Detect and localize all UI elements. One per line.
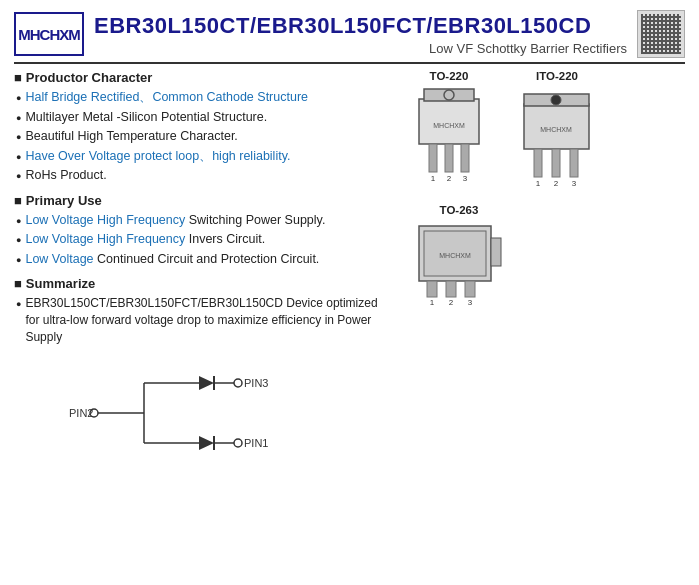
svg-text:PIN1: PIN1 — [244, 437, 268, 449]
ito220-label: ITO-220 — [536, 70, 578, 82]
primary-list: Low Voltage High Frequency Switching Pow… — [14, 212, 394, 269]
list-item: Have Over Voltage protect loop、high reli… — [16, 148, 394, 166]
svg-rect-20 — [429, 144, 437, 172]
bullet-text: Low Voltage Continued Circuit and Protec… — [25, 251, 319, 269]
to263-package: TO-263 MHCHXM 1 2 3 — [409, 204, 509, 318]
summarize-list: EBR30L150CT/EBR30L150FCT/EBR30L150CD Dev… — [14, 295, 394, 345]
svg-rect-42 — [491, 238, 501, 266]
svg-text:2: 2 — [554, 179, 559, 188]
svg-point-28 — [551, 95, 561, 105]
list-item: Low Voltage Continued Circuit and Protec… — [16, 251, 394, 269]
list-item: Beautiful High Temperature Character. — [16, 128, 394, 146]
to263-svg: MHCHXM 1 2 3 — [409, 218, 509, 318]
summarize-section: Summarize EBR30L150CT/EBR30L150FCT/EBR30… — [14, 276, 394, 345]
ito220-package: ITO-220 MHCHXM — [512, 70, 602, 194]
svg-text:3: 3 — [468, 298, 473, 307]
to220-package: TO-220 MHCHXM — [404, 70, 494, 194]
list-item: Low Voltage High Frequency Switching Pow… — [16, 212, 394, 230]
productor-list: Half Bridge Rectified、Common Cathode Str… — [14, 89, 394, 185]
svg-text:PIN3: PIN3 — [244, 377, 268, 389]
bullet-text: Half Bridge Rectified、Common Cathode Str… — [25, 89, 308, 107]
packages-top-row: TO-220 MHCHXM — [404, 70, 602, 194]
bullet-text: Beautiful High Temperature Character. — [25, 128, 237, 146]
svg-text:MHCHXM: MHCHXM — [540, 126, 572, 133]
svg-marker-11 — [199, 436, 214, 450]
list-item: RoHs Product. — [16, 167, 394, 185]
to220-svg: MHCHXM 1 2 3 — [404, 84, 494, 194]
bullet-text: Have Over Voltage protect loop、high reli… — [25, 148, 290, 166]
bullet-text: RoHs Product. — [25, 167, 106, 185]
list-item: Multilayer Metal -Silicon Potential Stru… — [16, 109, 394, 127]
svg-text:MHCHXM: MHCHXM — [439, 252, 471, 259]
svg-text:PIN2: PIN2 — [69, 407, 93, 419]
svg-text:3: 3 — [572, 179, 577, 188]
bullet-text: EBR30L150CT/EBR30L150FCT/EBR30L150CD Dev… — [25, 295, 394, 345]
left-column: Productor Character Half Bridge Rectifie… — [14, 70, 404, 466]
product-subtitle: Low VF Schottky Barrier Rectifiers — [94, 41, 627, 56]
svg-rect-41 — [465, 281, 475, 297]
svg-rect-30 — [534, 149, 542, 177]
schematic-svg: PIN2 PIN3 — [14, 353, 294, 463]
header: MHCHXM EBR30L150CT/EBR30L150FCT/EBR30L15… — [14, 10, 685, 64]
svg-text:MHCHXM: MHCHXM — [433, 122, 465, 129]
svg-rect-40 — [446, 281, 456, 297]
main-content: Productor Character Half Bridge Rectifie… — [14, 70, 685, 466]
svg-rect-22 — [461, 144, 469, 172]
svg-rect-21 — [445, 144, 453, 172]
schematic-diagram: PIN2 PIN3 — [14, 353, 394, 466]
svg-rect-39 — [427, 281, 437, 297]
list-item: Low Voltage High Frequency Invers Circui… — [16, 231, 394, 249]
bullet-text: Multilayer Metal -Silicon Potential Stru… — [25, 109, 267, 127]
bullet-text: Low Voltage High Frequency Invers Circui… — [25, 231, 265, 249]
svg-text:2: 2 — [449, 298, 454, 307]
header-title-block: EBR30L150CT/EBR30L150FCT/EBR30L150CD Low… — [94, 13, 627, 56]
qr-code — [637, 10, 685, 58]
productor-title: Productor Character — [14, 70, 394, 85]
to263-label: TO-263 — [440, 204, 479, 216]
svg-point-8 — [234, 379, 242, 387]
right-column: TO-220 MHCHXM — [404, 70, 685, 466]
svg-text:1: 1 — [430, 298, 435, 307]
to220-label: TO-220 — [430, 70, 469, 82]
ito220-svg: MHCHXM 1 2 3 — [512, 84, 602, 194]
summarize-title: Summarize — [14, 276, 394, 291]
svg-point-14 — [234, 439, 242, 447]
primary-title: Primary Use — [14, 193, 394, 208]
svg-marker-5 — [199, 376, 214, 390]
bullet-text: Low Voltage High Frequency Switching Pow… — [25, 212, 325, 230]
svg-text:2: 2 — [447, 174, 452, 183]
svg-text:1: 1 — [536, 179, 541, 188]
list-item: Half Bridge Rectified、Common Cathode Str… — [16, 89, 394, 107]
svg-rect-17 — [424, 89, 474, 101]
svg-rect-32 — [570, 149, 578, 177]
list-item: EBR30L150CT/EBR30L150FCT/EBR30L150CD Dev… — [16, 295, 394, 345]
svg-text:3: 3 — [463, 174, 468, 183]
svg-rect-31 — [552, 149, 560, 177]
primary-section: Primary Use Low Voltage High Frequency S… — [14, 193, 394, 269]
svg-text:1: 1 — [431, 174, 436, 183]
productor-section: Productor Character Half Bridge Rectifie… — [14, 70, 394, 185]
logo: MHCHXM — [14, 12, 84, 56]
product-title: EBR30L150CT/EBR30L150FCT/EBR30L150CD — [94, 13, 627, 39]
